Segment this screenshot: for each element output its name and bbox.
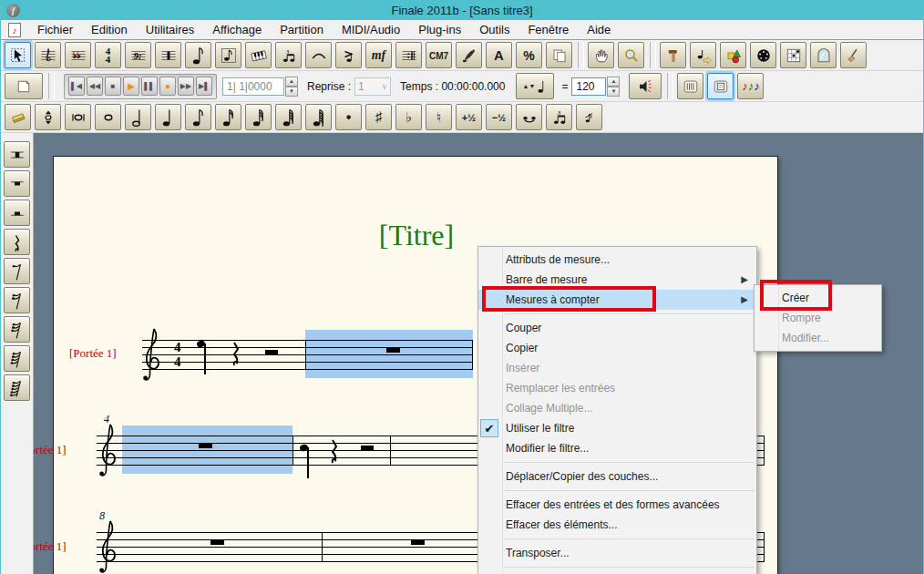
speaker-button[interactable] — [629, 73, 662, 99]
repeat-tool-button[interactable] — [395, 42, 422, 68]
sixty-fourth-note-button[interactable] — [275, 104, 302, 130]
lower-half-step-button[interactable]: −½ — [486, 104, 512, 130]
selection-tool-button[interactable] — [5, 42, 31, 68]
raise-half-step-button[interactable]: +½ — [456, 104, 482, 130]
expression-tool-button[interactable]: mf — [365, 42, 392, 68]
hyperscribe-tool-button[interactable] — [245, 42, 272, 68]
menu-item-utiliser-le-filtre[interactable]: Utiliser le filtre▶ — [478, 418, 756, 438]
pitch-up-down-button[interactable] — [35, 104, 61, 130]
graphics-tool-button[interactable] — [720, 42, 746, 68]
menu-item-mesures-a-compter[interactable]: Mesures à compter▶ — [478, 290, 756, 310]
half-rest-button[interactable] — [4, 200, 30, 226]
menu-partition[interactable]: Partition — [271, 20, 333, 40]
hundred-twenty-eighth-rest-button[interactable] — [4, 374, 30, 401]
page-flip-button[interactable] — [5, 73, 43, 99]
menu-aide[interactable]: Aide — [578, 20, 620, 40]
zoom-tool-button[interactable] — [618, 42, 644, 68]
reprise-dropdown[interactable]: 1∨ — [354, 77, 391, 96]
speedy-entry-tool-button[interactable] — [215, 42, 241, 68]
flat-button[interactable]: ♭ — [395, 104, 422, 130]
note-mover-button[interactable] — [690, 42, 716, 68]
tuplet-tool-button[interactable]: 3 — [275, 42, 302, 68]
key-signature-tool-button[interactable]: ♭♭ — [65, 42, 91, 68]
resize-tool-button[interactable]: % — [516, 42, 542, 68]
menu-edition[interactable]: Edition — [82, 20, 137, 40]
score-title[interactable]: [Titre] — [334, 219, 498, 252]
time-signature-tool-button[interactable]: 44 — [95, 42, 121, 68]
double-whole-note-button[interactable] — [65, 104, 91, 130]
menu-item-collage-multiple[interactable]: Collage Multiple...▶ — [478, 398, 756, 418]
staff-system-1[interactable]: 44 — [142, 340, 473, 370]
quarter-note-button[interactable] — [155, 104, 181, 130]
hundred-twenty-eighth-note-button[interactable] — [305, 104, 332, 130]
chord-tool-button[interactable]: CM7 — [426, 42, 452, 68]
menu-fenetre[interactable]: Fenêtre — [518, 20, 578, 40]
menu-item-remplacer-les-entrees[interactable]: Remplacer les entrées▶ — [478, 378, 756, 398]
page-layout-tool-button[interactable] — [546, 42, 572, 68]
hand-grabber-button[interactable] — [588, 42, 614, 68]
half-note-button[interactable] — [125, 104, 151, 130]
studio-view-button[interactable]: ♪♪♪ — [737, 73, 764, 99]
sixteenth-rest-button[interactable] — [4, 287, 30, 313]
triplet-button[interactable]: 3 — [546, 104, 572, 130]
submenu-item-creer[interactable]: Créer — [755, 288, 881, 308]
menu-item-barre-de-mesure[interactable]: Barre de mesure▶ — [478, 270, 756, 290]
menu-item-effacer-des-elements[interactable]: Effacer des éléments...▶ — [478, 515, 756, 535]
special-tools-button[interactable] — [660, 42, 686, 68]
record-button[interactable]: ● — [159, 77, 176, 96]
mirror-tool-button[interactable] — [810, 42, 837, 68]
go-to-end-button[interactable]: ▶▌ — [196, 77, 212, 96]
stop-button[interactable]: ■ — [105, 77, 121, 96]
scroll-view-button[interactable] — [677, 73, 703, 99]
page-view-button[interactable] — [707, 73, 734, 99]
menu-plug-ins[interactable]: Plug-ins — [409, 20, 470, 40]
measure-position-counter[interactable]: 1| 1|0000 — [222, 77, 284, 96]
play-button[interactable]: ▶ — [123, 77, 139, 96]
clef-tool-button[interactable]: 9: — [125, 42, 151, 68]
fast-forward-button[interactable]: ▶▶ — [178, 77, 194, 96]
tie-button[interactable] — [516, 104, 542, 130]
midi-setup-button[interactable] — [780, 42, 806, 68]
text-tool-button[interactable]: A — [486, 42, 512, 68]
menu-item-inserer[interactable]: Insérer▶ — [478, 358, 756, 378]
tempo-field[interactable]: 120 — [571, 77, 606, 96]
thirty-second-rest-button[interactable] — [4, 316, 30, 343]
augmentation-dot-button[interactable]: • — [335, 104, 362, 130]
menu-item-deplacer-copier-des-couches[interactable]: Déplacer/Copier des couches...▶ — [478, 466, 756, 487]
tempo-note-button[interactable]: ▲▼ — [516, 73, 554, 99]
quarter-rest-button[interactable] — [4, 229, 30, 255]
eighth-rest-button[interactable] — [4, 258, 30, 284]
lyrics-tool-button[interactable] — [456, 42, 482, 68]
pause-button[interactable]: ▌▌ — [141, 77, 158, 96]
whole-note-button[interactable] — [95, 104, 121, 130]
grace-note-button[interactable] — [576, 104, 602, 130]
menu-item-copier[interactable]: Copier▶ — [478, 338, 756, 358]
menu-item-transposer[interactable]: Transposer...▶ — [478, 543, 756, 563]
measure-tool-button[interactable] — [155, 42, 181, 68]
eighth-note-button[interactable] — [185, 104, 211, 130]
document-note-icon[interactable]: ♪ — [8, 23, 21, 37]
menu-item-couper[interactable]: Couper▶ — [478, 318, 756, 338]
double-whole-rest-button[interactable] — [4, 141, 30, 168]
counter-spinner[interactable]: ▲▼ — [285, 77, 298, 97]
menu-midi-audio[interactable]: MIDI/Audio — [333, 20, 409, 40]
menu-item-modifier-le-filtre[interactable]: Modifier le filtre...▶ — [478, 438, 756, 458]
tempo-spinner[interactable]: ▲▼ — [607, 77, 620, 97]
menu-item-attributs-de-mesure[interactable]: Attributs de mesure...▶ — [478, 250, 756, 270]
simple-entry-tool-button[interactable] — [185, 42, 211, 68]
thirty-second-note-button[interactable] — [245, 104, 272, 130]
eraser-button[interactable] — [5, 104, 31, 130]
whole-rest-button[interactable] — [4, 170, 30, 197]
staff-tool-button[interactable] — [35, 42, 61, 68]
menu-fichier[interactable]: Fichier — [28, 20, 82, 40]
menu-item-effacer-des-entrees[interactable]: Effacer des entrées et des formes avancé… — [478, 495, 756, 515]
sixty-fourth-rest-button[interactable] — [4, 345, 30, 372]
menu-affichage[interactable]: Affichage — [203, 20, 271, 40]
sharp-button[interactable]: ♯ — [365, 104, 392, 130]
natural-button[interactable]: ♮ — [426, 104, 452, 130]
sixteenth-note-button[interactable] — [215, 104, 241, 130]
menu-utilitaires[interactable]: Utilitaires — [137, 20, 203, 40]
go-to-start-button[interactable]: ▌◀ — [68, 77, 85, 96]
articulation-tool-button[interactable] — [335, 42, 362, 68]
midi-tool-button[interactable] — [750, 42, 776, 68]
